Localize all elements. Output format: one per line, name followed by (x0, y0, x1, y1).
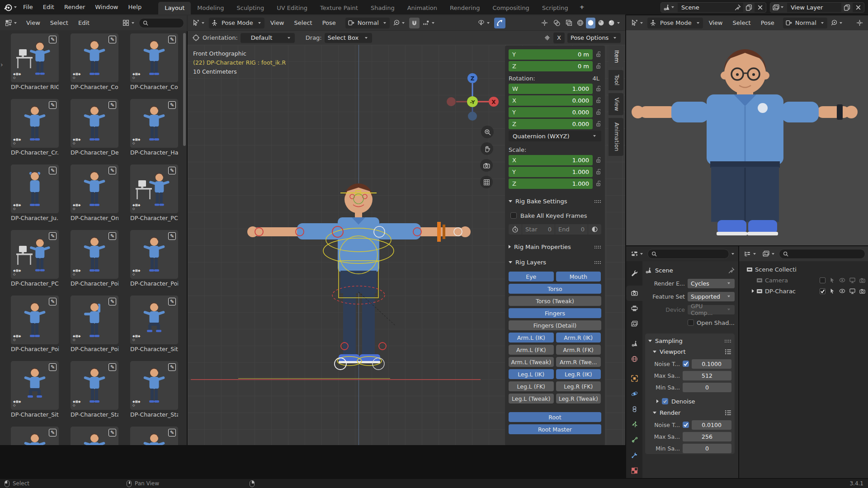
disable-viewport-icon[interactable] (849, 288, 855, 294)
feature-set-dropdown[interactable]: Supported (688, 292, 735, 301)
asset-search-input[interactable] (139, 18, 184, 28)
asset-thumbnail[interactable]: ✎◆▦◆◇ (11, 99, 59, 148)
snap-settings[interactable] (420, 18, 438, 28)
asset-thumbnail[interactable]: ✎◆▦◆◇ (130, 296, 178, 344)
rotation-mode-dropdown[interactable]: Quaternion (WXYZ) (509, 131, 601, 141)
rig-layer-torso-tweak-button[interactable]: Torso (Tweak) (509, 296, 601, 306)
character-model[interactable] (233, 177, 486, 389)
chevron-down-icon[interactable] (731, 253, 734, 255)
physics-tab[interactable] (626, 386, 642, 402)
workspace-tab-sculpting[interactable]: Sculpting (230, 2, 270, 14)
location-field-z[interactable]: Z0 m (509, 61, 593, 71)
panel-grip[interactable] (594, 261, 601, 264)
view-layer-copy-button[interactable] (841, 3, 853, 12)
asset-item[interactable]: ✎◆▦◆◇DP-Character_Ha... (130, 99, 178, 157)
render-sampling-header[interactable]: Render (653, 407, 731, 418)
camera-viewport-canvas[interactable] (626, 30, 868, 245)
pose-options-dropdown[interactable]: Pose Options (567, 33, 621, 43)
outliner-search-input[interactable] (779, 249, 865, 259)
asset-item[interactable]: ✎◆▦◆◇DP-Character_Sta... (130, 361, 178, 419)
rotation-field-w[interactable]: W1.000 (509, 84, 593, 94)
editor-type-button[interactable] (742, 249, 760, 259)
blender-logo-icon[interactable] (4, 3, 13, 12)
asset-thumbnail[interactable]: ✎◆▦◆◇ (130, 99, 178, 148)
shading-material-button[interactable] (596, 18, 606, 28)
output-tab[interactable] (626, 301, 642, 316)
asset-thumbnail[interactable]: ✎◆▦◆◇ (130, 164, 178, 213)
asset-item[interactable]: ✎◆▦◆◇DP-Character RIG (11, 33, 59, 91)
asset-thumbnail[interactable]: ✎◆▦◆◇ (130, 230, 178, 279)
camera-view-button[interactable] (480, 159, 493, 172)
asset-item[interactable]: ✎◆▦◆◇ (11, 427, 59, 445)
asset-thumbnail[interactable]: ✎◆▦◆◇ (71, 427, 118, 445)
workspace-tab-texture-paint[interactable]: Texture Paint (314, 2, 364, 14)
asset-item[interactable]: ✎◆▦◆◇DP-Character_Sta... (71, 361, 118, 419)
asset-item[interactable]: ✎◆▦◆◇DP-Character_Ju... (11, 164, 59, 222)
viewport-sampling-checkbox[interactable] (683, 361, 689, 367)
show-gizmo-button[interactable] (539, 18, 550, 28)
asset-thumbnail[interactable]: ✎◆▦◆◇ (11, 427, 59, 445)
menu-file[interactable]: File (18, 0, 38, 14)
rig-layer-leg-l-ik-button[interactable]: Leg.L (IK) (509, 369, 554, 379)
scene-copy-button[interactable] (743, 3, 755, 12)
workspace-tab-scripting[interactable]: Scripting (536, 2, 575, 14)
menu-help[interactable]: Help (123, 0, 147, 14)
rig-layer-arm-r-twe-button[interactable]: Arm.R (Twe... (556, 357, 601, 367)
bake-start-field[interactable]: Star0 (522, 224, 555, 235)
xray-toggle[interactable] (563, 18, 575, 28)
lock-open-icon[interactable] (595, 181, 601, 187)
rig-layer-torso-button[interactable]: Torso (509, 284, 601, 294)
pan-hand-button[interactable] (481, 142, 493, 155)
rig-layer-root-button[interactable]: Root (509, 412, 601, 422)
scale-field-y[interactable]: Y1.000 (509, 167, 593, 177)
snap-toggle[interactable] (409, 18, 420, 28)
workspace-tab-compositing[interactable]: Compositing (486, 2, 536, 14)
bake-halfmoon-button[interactable] (588, 224, 601, 235)
rig-layer-arm-l-ik-button[interactable]: Arm.L (IK) (509, 333, 554, 343)
lock-open-icon[interactable] (595, 98, 601, 103)
n-panel-tab-item[interactable]: Item (609, 46, 623, 67)
mode-selector[interactable]: Pose Mode (209, 18, 264, 28)
scale-field-z[interactable]: Z1.000 (509, 178, 593, 189)
viewport-sampling-value-field[interactable]: 0 (683, 383, 731, 392)
n-panel-tab-view[interactable]: View (609, 93, 623, 116)
asset-item[interactable]: ✎◆▦◆◇DP-Character_Poi... (71, 230, 118, 288)
asset-item[interactable]: ✎◆▦◆◇DP-Character_Poi... (130, 230, 178, 288)
open-shading-checkbox[interactable] (688, 319, 694, 326)
asset-thumbnail[interactable]: ✎◆▦◆◇ (71, 164, 118, 213)
hide-viewport-icon[interactable] (839, 288, 845, 294)
mirror-axis-icon[interactable] (544, 34, 551, 41)
asset-item[interactable]: ✎◆▦◆◇DP-Character_Sitt... (130, 296, 178, 353)
asset-item[interactable]: ✎◆▦◆◇DP-Character_PC ... (130, 164, 178, 222)
bone-tab[interactable] (626, 432, 642, 447)
lock-open-icon[interactable] (595, 86, 601, 92)
asset-menu-edit[interactable]: Edit (73, 16, 94, 30)
scene-name[interactable]: Scene (678, 4, 732, 11)
disable-render-icon[interactable] (859, 288, 865, 294)
viewport-menu-select[interactable]: Select (728, 16, 756, 30)
pin-icon[interactable] (732, 3, 743, 12)
view-layer-tab[interactable] (626, 316, 642, 332)
panel-grip[interactable] (724, 339, 731, 343)
show-overlays-button[interactable] (551, 18, 562, 28)
asset-thumbnail[interactable]: ✎◆▦◆◇ (11, 361, 59, 410)
bake-timer-button[interactable] (509, 224, 522, 235)
workspace-tab-animation[interactable]: Animation (401, 2, 443, 14)
lock-open-icon[interactable] (595, 121, 601, 127)
rig-layer-leg-l-tweak-button[interactable]: Leg.L (Tweak) (509, 394, 554, 404)
viewport-sampling-value-field[interactable]: 512 (683, 371, 731, 380)
menu-window[interactable]: Window (90, 0, 123, 14)
workspace-tab-uv-editing[interactable]: UV Editing (270, 2, 314, 14)
bake-all-keyed-frames-checkbox[interactable] (510, 212, 517, 219)
add-workspace-button[interactable]: + (575, 0, 590, 14)
asset-thumbnail[interactable]: ✎◆▦◆◇ (71, 296, 118, 344)
rig-layer-leg-r-ik-button[interactable]: Leg.R (IK) (556, 369, 601, 379)
constraints-tab[interactable] (626, 402, 642, 417)
exclude-checkbox[interactable] (820, 288, 826, 294)
mode-selector[interactable]: Pose Mode (647, 18, 703, 28)
rig-main-properties-panel-header[interactable]: Rig Main Properties (509, 242, 601, 252)
outliner-row-camera[interactable]: Camera (739, 275, 868, 286)
rotation-field-y[interactable]: Y0.000 (509, 107, 593, 117)
outliner-row-dp-charac[interactable]: DP-Charac (739, 286, 868, 296)
shading-solid-button[interactable] (586, 18, 595, 28)
